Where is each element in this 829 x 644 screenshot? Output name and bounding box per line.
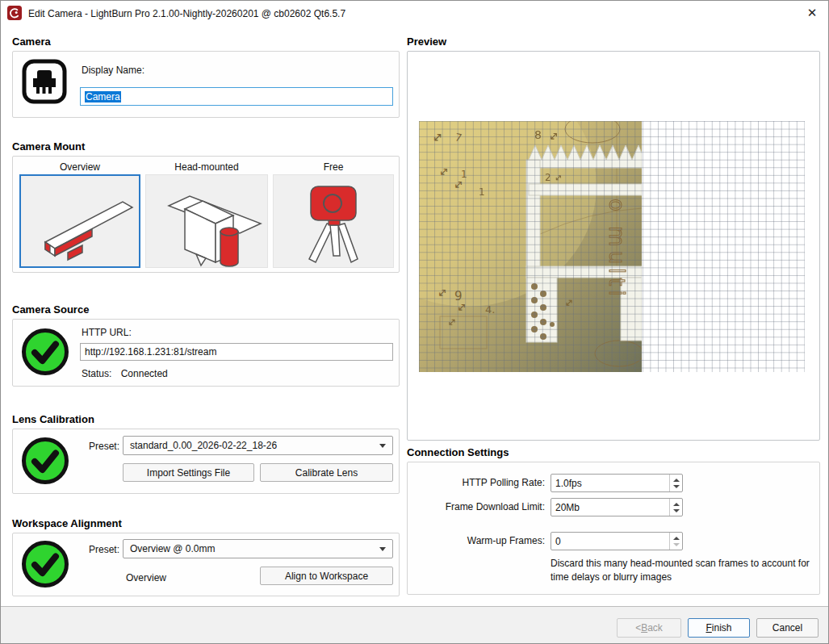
display-name-selected-text: Camera: [85, 91, 121, 102]
status-value: Connected: [121, 368, 168, 379]
mount-option-free-label: Free: [273, 161, 394, 173]
back-button-prefix: <: [635, 622, 641, 634]
camera-mount-section-heading: Camera Mount: [12, 140, 85, 153]
status-line: Status: Connected: [82, 368, 168, 379]
mount-option-head-mounted-label: Head-mounted: [145, 161, 268, 173]
lens-ok-check-icon: [21, 437, 69, 487]
lens-calibration-section: Preset: standard_0.00_2026-02-22_18-26 I…: [12, 429, 400, 494]
import-settings-file-button[interactable]: Import Settings File: [123, 463, 254, 482]
spinner-buttons[interactable]: [669, 475, 682, 491]
frame-download-limit-spinner[interactable]: 20Mb: [551, 498, 683, 516]
lens-calibration-section-heading: Lens Calibration: [12, 413, 94, 425]
warm-up-frames-help-text: Discard this many head-mounted scan fram…: [551, 557, 817, 585]
cancel-button[interactable]: Cancel: [756, 618, 819, 638]
lightburn-logo-icon: [7, 6, 22, 20]
close-icon[interactable]: ✕: [801, 4, 823, 22]
spin-down-icon[interactable]: [673, 509, 680, 512]
svg-text:4.: 4.: [485, 303, 495, 316]
calibrate-lens-button[interactable]: Calibrate Lens: [260, 463, 393, 482]
alignment-preset-select[interactable]: Overview @ 0.0mm: [123, 539, 393, 558]
preview-panel: ↔ 7 8 ↔ ↔ 1 ↔ 1 2 ↔ ↔ 9 ↔ 4. ↔: [407, 51, 820, 441]
http-url-input[interactable]: http://192.168.1.231:81/stream: [80, 343, 393, 361]
spin-up-icon[interactable]: [673, 479, 680, 482]
status-label: Status:: [82, 368, 111, 379]
finish-button[interactable]: Finish: [688, 618, 750, 638]
warm-up-frames-label: Warm-up Frames:: [420, 535, 545, 546]
chevron-down-icon: [379, 547, 386, 551]
svg-text:2: 2: [545, 172, 551, 183]
http-url-label: HTTP URL:: [82, 327, 132, 338]
camera-source-section: HTTP URL: http://192.168.1.231:81/stream…: [12, 319, 400, 387]
http-polling-rate-value: 1.0fps: [551, 475, 669, 491]
lens-preset-label: Preset:: [77, 441, 119, 452]
finish-button-mnemonic: F: [705, 622, 711, 634]
spinner-buttons[interactable]: [669, 533, 682, 550]
workspace-alignment-section: Preset: Overview @ 0.0mm Overview Align …: [12, 533, 400, 596]
http-url-value: http://192.168.1.231:81/stream: [85, 346, 216, 358]
svg-text:1: 1: [479, 186, 485, 198]
camera-source-section-heading: Camera Source: [12, 303, 89, 316]
alignment-ok-check-icon: [21, 540, 69, 591]
lens-preset-value: standard_0.00_2026-02-22_18-26: [130, 440, 379, 451]
spin-down-icon[interactable]: [673, 485, 680, 488]
connection-settings-section-heading: Connection Settings: [407, 446, 509, 458]
align-to-workspace-button[interactable]: Align to Workspace: [260, 567, 393, 585]
spin-up-icon[interactable]: [673, 503, 680, 506]
lens-preset-select[interactable]: standard_0.00_2026-02-22_18-26: [123, 436, 393, 455]
alignment-preset-label: Preset:: [77, 544, 119, 555]
display-name-label: Display Name:: [82, 65, 144, 76]
camera-section: Display Name: Camera: [12, 51, 400, 118]
network-camera-icon: [21, 58, 68, 105]
back-button-rest: ack: [647, 622, 663, 634]
source-ok-check-icon: [21, 328, 69, 378]
connection-settings-section: HTTP Polling Rate: 1.0fps Frame Download…: [407, 462, 820, 595]
display-name-input[interactable]: Camera: [80, 87, 393, 106]
workspace-alignment-section-heading: Workspace Alignment: [12, 517, 122, 529]
alignment-mode-text: Overview: [126, 572, 166, 583]
camera-preview-image: ↔ 7 8 ↔ ↔ 1 ↔ 1 2 ↔ ↔ 9 ↔ 4. ↔: [419, 121, 642, 372]
mount-option-free[interactable]: [273, 174, 394, 268]
svg-text:o multi: o multi: [605, 199, 629, 300]
preview-section-heading: Preview: [407, 36, 446, 48]
spin-down-icon[interactable]: [673, 543, 680, 546]
window-title: Edit Camera - LightBurn Pro 2.1.00-Night…: [28, 8, 345, 19]
warm-up-frames-spinner[interactable]: 0: [551, 532, 683, 550]
mount-option-overview-label: Overview: [19, 161, 140, 173]
svg-text:8: 8: [534, 128, 542, 141]
frame-download-limit-value: 20Mb: [551, 499, 669, 516]
workspace-grid-region: ↔ 7 8 ↔ ↔ 1 ↔ 1 2 ↔ ↔ 9 ↔ 4. ↔: [419, 121, 805, 372]
title-bar: Edit Camera - LightBurn Pro 2.1.00-Night…: [1, 1, 828, 25]
warm-up-frames-value: 0: [551, 533, 669, 550]
back-button-mnemonic: B: [641, 622, 647, 634]
mount-option-head-mounted[interactable]: [145, 174, 268, 268]
spinner-buttons[interactable]: [669, 499, 682, 516]
dialog-footer: < Back Finish Cancel: [1, 606, 828, 644]
finish-button-rest: inish: [712, 622, 732, 634]
spin-up-icon[interactable]: [673, 537, 680, 540]
svg-text:1: 1: [461, 169, 467, 180]
mount-option-overview[interactable]: [19, 174, 140, 268]
back-button[interactable]: < Back: [617, 618, 681, 638]
alignment-preset-value: Overview @ 0.0mm: [130, 543, 379, 554]
edit-camera-dialog: Edit Camera - LightBurn Pro 2.1.00-Night…: [0, 0, 829, 644]
camera-section-heading: Camera: [12, 36, 51, 48]
http-polling-rate-spinner[interactable]: 1.0fps: [551, 474, 683, 492]
camera-mount-section: Overview Head-mounted Free: [12, 156, 400, 273]
http-polling-rate-label: HTTP Polling Rate:: [420, 477, 545, 488]
frame-download-limit-label: Frame Download Limit:: [420, 501, 545, 512]
chevron-down-icon: [379, 444, 386, 448]
